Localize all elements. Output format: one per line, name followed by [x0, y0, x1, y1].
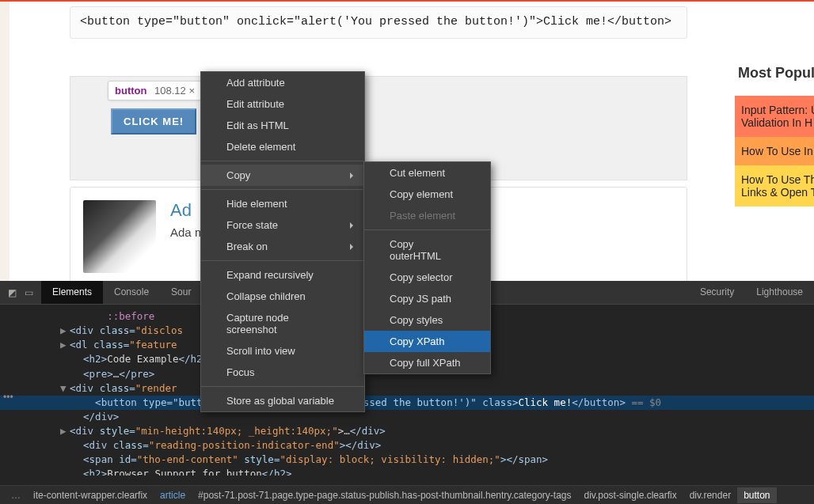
t: </div> [83, 411, 119, 423]
t: "tho-end-content" [137, 453, 238, 465]
t: >… [338, 425, 350, 437]
t: "display: block; visibility: hidden;" [280, 453, 500, 465]
t: class= [100, 382, 135, 394]
t: class= [100, 324, 135, 336]
inspect-icon[interactable]: ◩ [8, 287, 17, 298]
copy-menu-paste-element: Paste element [364, 205, 490, 226]
tab-lighthouse[interactable]: Lighthouse [745, 281, 814, 304]
t: <div [83, 439, 113, 451]
t: "disclos [135, 324, 183, 336]
menu-separator [201, 260, 364, 261]
tab-sources[interactable]: Sour [160, 281, 202, 304]
t: id= [119, 453, 137, 465]
popular-item-1[interactable]: Input Pattern: UValidation In H [735, 96, 814, 137]
t: <h2> [83, 468, 107, 476]
breadcrumb-item[interactable]: #post-71.post-71.page.type-page.status-p… [192, 487, 577, 503]
t: <span [83, 453, 119, 465]
menu-delete-element[interactable]: Delete element [201, 136, 364, 157]
copy-menu-copy-js-path[interactable]: Copy JS path [364, 288, 490, 309]
t: <div [70, 425, 100, 437]
breadcrumb-ellipsis[interactable]: … [5, 487, 27, 503]
t: <pre> [83, 368, 113, 380]
t: </pre> [119, 368, 154, 380]
t: Browser Support for button [107, 468, 262, 476]
menu-force-state[interactable]: Force state [201, 214, 364, 236]
context-menu-main[interactable]: Add attributeEdit attributeEdit as HTMLD… [200, 71, 365, 412]
t: style= [238, 453, 280, 465]
breadcrumb-item[interactable]: div.post-single.clearfix [577, 487, 683, 503]
menu-separator [201, 161, 364, 161]
t: Code Example [107, 353, 178, 365]
selected-node[interactable]: <button type="button" onclick="alert('Yo… [0, 396, 814, 410]
menu-store-as-global-variable[interactable]: Store as global variable [201, 390, 364, 411]
t: <h2> [83, 353, 107, 365]
tab-security[interactable]: Security [689, 281, 745, 304]
menu-scroll-into-view[interactable]: Scroll into view [201, 340, 364, 362]
t: </button> [572, 396, 626, 408]
menu-copy[interactable]: Copy [201, 165, 364, 186]
gutter-dots: ••• [0, 391, 17, 404]
copy-menu-copy-full-xpath[interactable]: Copy full XPath [364, 352, 490, 373]
t: ></div> [340, 439, 382, 451]
menu-collapse-children[interactable]: Collapse children [201, 286, 364, 307]
avatar [83, 200, 156, 273]
copy-menu-copy-outerhtml[interactable]: Copy outerHTML [364, 233, 490, 267]
dom-breadcrumb[interactable]: … ite-content-wrapper.clearfix article#p… [0, 485, 814, 504]
t: </h2> [262, 468, 292, 476]
menu-add-attribute[interactable]: Add attribute [201, 72, 364, 93]
breadcrumb-selected[interactable]: button [737, 487, 776, 503]
t: == $0 [626, 396, 661, 408]
t: ></span> [500, 453, 548, 465]
tooltip-dimensions: 108.12 × [154, 85, 195, 97]
menu-capture-node-screenshot[interactable]: Capture node screenshot [201, 307, 364, 340]
menu-separator [364, 229, 490, 230]
copy-menu-copy-xpath[interactable]: Copy XPath [364, 331, 490, 352]
t: <div [70, 382, 100, 394]
t: </div> [350, 425, 386, 437]
menu-expand-recursively[interactable]: Expand recursively [201, 264, 364, 286]
menu-break-on[interactable]: Break on [201, 236, 364, 257]
breadcrumb-item[interactable]: article [154, 487, 192, 503]
menu-hide-element[interactable]: Hide element [201, 193, 364, 214]
copy-menu-cut-element[interactable]: Cut element [364, 162, 490, 184]
t: <button [95, 396, 143, 408]
t: <dl [70, 339, 93, 351]
menu-separator [201, 189, 364, 190]
menu-edit-attribute[interactable]: Edit attribute [201, 93, 364, 115]
pseudo-before: ::before [107, 310, 154, 322]
copy-menu-copy-element[interactable]: Copy element [364, 184, 490, 205]
breadcrumb-item[interactable]: div.render [683, 487, 737, 503]
left-margin [0, 2, 10, 281]
copy-menu-copy-styles[interactable]: Copy styles [364, 309, 490, 331]
device-toggle-icon[interactable]: ▭ [25, 287, 33, 298]
t: style= [100, 425, 135, 437]
click-me-button[interactable]: CLICK ME! [111, 108, 196, 135]
tab-console[interactable]: Console [103, 281, 160, 304]
t: class= [93, 339, 129, 351]
t: "feature [129, 339, 177, 351]
t: class= [113, 439, 149, 451]
menu-separator [201, 386, 364, 387]
copy-menu-copy-selector[interactable]: Copy selector [364, 267, 490, 288]
breadcrumb-item[interactable]: ite-content-wrapper.clearfix [27, 487, 154, 503]
t: Click me! [518, 396, 572, 408]
sidebar-heading: Most Popula [735, 65, 814, 81]
tooltip-tag: button [115, 85, 146, 97]
t: "reading-position-indicator-end" [149, 439, 340, 451]
t: <div [70, 324, 100, 336]
menu-edit-as-html[interactable]: Edit as HTML [201, 115, 364, 136]
t: "min-height:140px; _height:140px;" [135, 425, 338, 437]
tab-elements[interactable]: Elements [41, 281, 103, 304]
code-example-block: <button type="button" onclick="alert('Yo… [70, 6, 687, 39]
context-menu-copy[interactable]: Cut elementCopy elementPaste elementCopy… [363, 161, 491, 374]
popular-item-2[interactable]: How To Use In I [735, 137, 814, 165]
sidebar: Most Popula Input Pattern: UValidation I… [735, 65, 814, 207]
author-text-prefix: Ada [170, 225, 192, 239]
menu-focus[interactable]: Focus [201, 362, 364, 383]
t: "render [135, 382, 177, 394]
popular-item-3[interactable]: How To Use TheLinks & Open T [735, 165, 814, 207]
inspect-tooltip: button 108.12 × [108, 81, 202, 100]
